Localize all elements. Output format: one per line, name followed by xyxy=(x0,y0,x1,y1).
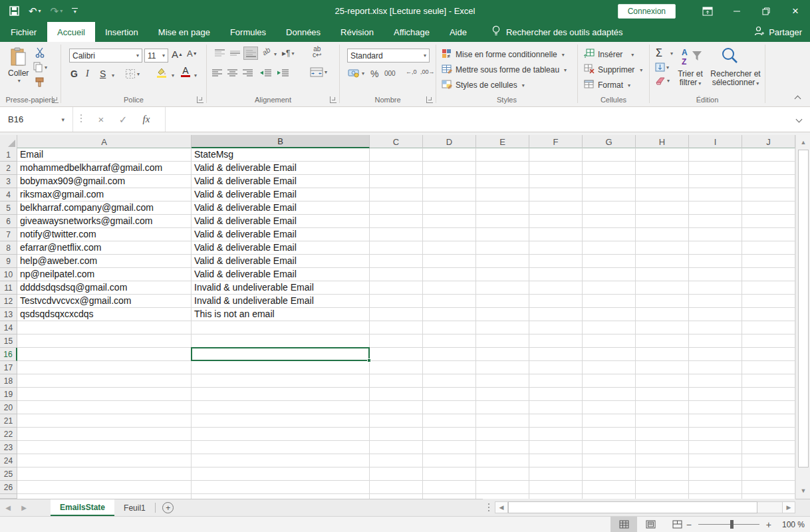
align-right-icon[interactable] xyxy=(242,68,253,77)
cell-A16[interactable] xyxy=(17,348,192,361)
tell-me-search[interactable]: Rechercher des outils adaptés xyxy=(491,22,623,42)
format-painter-button[interactable] xyxy=(35,76,45,87)
horizontal-scroll-track[interactable] xyxy=(508,501,782,513)
column-header-D[interactable]: D xyxy=(423,135,476,148)
cell-G20[interactable] xyxy=(583,401,636,414)
row-header-1[interactable]: 1 xyxy=(0,148,17,162)
cell-A23[interactable] xyxy=(17,441,192,454)
scroll-down-icon[interactable]: ▼ xyxy=(797,485,809,497)
number-dialog-launcher-icon[interactable] xyxy=(426,96,433,103)
paste-dropdown-icon[interactable]: ▾ xyxy=(18,78,21,84)
cell-D12[interactable] xyxy=(423,295,476,308)
cell-I26[interactable] xyxy=(689,481,742,494)
cell-I4[interactable] xyxy=(689,188,742,201)
row-header-4[interactable]: 4 xyxy=(0,188,17,201)
row-header-23[interactable]: 23 xyxy=(0,441,17,454)
increase-decimal-icon[interactable]: ←,0 xyxy=(406,68,417,75)
cell-C7[interactable] xyxy=(370,228,423,241)
row-header-24[interactable]: 24 xyxy=(0,454,17,467)
cell-D16[interactable] xyxy=(423,348,476,361)
cell-styles-button[interactable]: Styles de cellules▾ xyxy=(442,79,525,91)
cell-G19[interactable] xyxy=(583,388,636,401)
cell-G17[interactable] xyxy=(583,361,636,374)
cell-D17[interactable] xyxy=(423,361,476,374)
cell-A11[interactable]: ddddsdqsdsq@gmail.com xyxy=(17,281,192,295)
cell-F13[interactable] xyxy=(529,308,583,321)
cell-I22[interactable] xyxy=(689,428,742,441)
scroll-up-icon[interactable]: ▲ xyxy=(797,136,809,148)
cell-H17[interactable] xyxy=(636,361,689,374)
cell-G16[interactable] xyxy=(583,348,636,361)
cell-D7[interactable] xyxy=(423,228,476,241)
row-header-10[interactable]: 10 xyxy=(0,268,17,281)
cell-G18[interactable] xyxy=(583,374,636,388)
bold-button[interactable]: G xyxy=(70,68,78,79)
cell-A2[interactable]: mohammedbelkharraf@gmail.com xyxy=(17,162,192,175)
cell-G11[interactable] xyxy=(583,281,636,295)
name-box[interactable]: B16▾ xyxy=(0,107,73,132)
cell-C1[interactable] xyxy=(370,148,423,162)
cell-I23[interactable] xyxy=(689,441,742,454)
cell-D26[interactable] xyxy=(423,481,476,494)
cell-A18[interactable] xyxy=(17,374,192,388)
cell-D9[interactable] xyxy=(423,255,476,268)
fill-color-button[interactable] xyxy=(156,67,167,78)
cell-J21[interactable] xyxy=(742,414,795,428)
cell-I7[interactable] xyxy=(689,228,742,241)
cell-H26[interactable] xyxy=(636,481,689,494)
cell-A6[interactable]: giveawaysnetworks@gmail.com xyxy=(17,215,192,228)
cell-D8[interactable] xyxy=(423,241,476,255)
cell-B23[interactable] xyxy=(192,441,370,454)
cell-D18[interactable] xyxy=(423,374,476,388)
percent-style-button[interactable]: % xyxy=(370,68,378,79)
column-header-B[interactable]: B xyxy=(192,135,370,148)
new-sheet-icon[interactable]: + xyxy=(162,502,174,513)
sheet-tab-emailsstate[interactable]: EmailsState xyxy=(51,499,114,516)
cell-C4[interactable] xyxy=(370,188,423,201)
column-header-H[interactable]: H xyxy=(636,135,689,148)
borders-dropdown-icon[interactable]: ▾ xyxy=(137,71,140,77)
cell-E10[interactable] xyxy=(476,268,529,281)
cancel-icon[interactable]: × xyxy=(91,107,111,132)
cell-J18[interactable] xyxy=(742,374,795,388)
cell-B12[interactable]: Invalid & undeliverable Email xyxy=(192,295,370,308)
cell-C13[interactable] xyxy=(370,308,423,321)
cell-C3[interactable] xyxy=(370,175,423,188)
cell-G4[interactable] xyxy=(583,188,636,201)
cell-H24[interactable] xyxy=(636,454,689,467)
borders-button[interactable]: ▾ xyxy=(125,68,140,79)
cell-C17[interactable] xyxy=(370,361,423,374)
merge-dropdown-icon[interactable]: ▾ xyxy=(325,69,327,75)
cell-I13[interactable] xyxy=(689,308,742,321)
cell-B25[interactable] xyxy=(192,467,370,481)
cell-E20[interactable] xyxy=(476,401,529,414)
cell-J5[interactable] xyxy=(742,201,795,215)
autosum-dropdown-icon[interactable]: ▾ xyxy=(670,51,673,57)
cell-E15[interactable] xyxy=(476,334,529,348)
cell-D3[interactable] xyxy=(423,175,476,188)
insert-cells-button[interactable]: Insérer▾ xyxy=(584,49,634,61)
cell-E21[interactable] xyxy=(476,414,529,428)
formula-input[interactable] xyxy=(165,107,790,132)
ribbon-display-options-icon[interactable] xyxy=(693,0,722,22)
cell-F12[interactable] xyxy=(529,295,583,308)
cell-A4[interactable]: riksmax@gmail.com xyxy=(17,188,192,201)
cell-G10[interactable] xyxy=(583,268,636,281)
cell-A21[interactable] xyxy=(17,414,192,428)
autosum-button[interactable]: Σ xyxy=(656,47,662,59)
cell-D20[interactable] xyxy=(423,401,476,414)
font-dialog-launcher-icon[interactable] xyxy=(197,96,203,103)
cell-E24[interactable] xyxy=(476,454,529,467)
cell-E4[interactable] xyxy=(476,188,529,201)
cell-F22[interactable] xyxy=(529,428,583,441)
cell-C6[interactable] xyxy=(370,215,423,228)
cell-C12[interactable] xyxy=(370,295,423,308)
cell-F18[interactable] xyxy=(529,374,583,388)
tab-accueil[interactable]: Accueil xyxy=(47,22,95,42)
cell-E12[interactable] xyxy=(476,295,529,308)
cell-B2[interactable]: Valid & deliverable Email xyxy=(192,162,370,175)
cell-B17[interactable] xyxy=(192,361,370,374)
cell-I18[interactable] xyxy=(689,374,742,388)
row-header-19[interactable]: 19 xyxy=(0,388,17,401)
cell-H6[interactable] xyxy=(636,215,689,228)
